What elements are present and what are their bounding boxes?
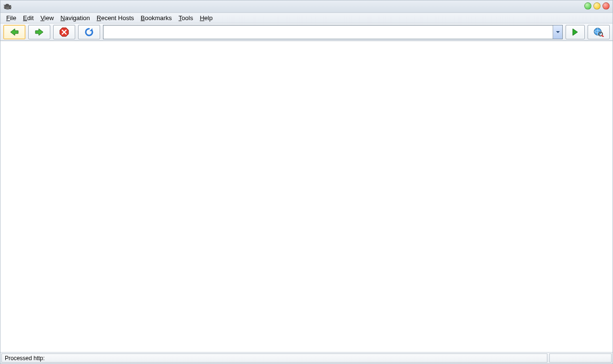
menu-recent-hosts[interactable]: Recent Hosts [94, 13, 137, 23]
menu-edit[interactable]: Edit [20, 13, 36, 23]
arrow-left-icon [9, 27, 20, 37]
menu-bar: File Edit View Navigation Recent Hosts B… [0, 13, 613, 23]
svg-point-1 [5, 4, 9, 7]
content-area [0, 41, 613, 352]
play-icon [572, 28, 579, 36]
address-input[interactable] [103, 25, 553, 39]
menu-help[interactable]: Help [197, 13, 216, 23]
menu-tools[interactable]: Tools [176, 13, 196, 23]
menu-navigation[interactable]: Navigation [57, 13, 92, 23]
address-dropdown-button[interactable] [553, 25, 562, 39]
menu-bookmarks[interactable]: Bookmarks [138, 13, 175, 23]
status-bar: Processed http: [0, 352, 613, 364]
app-icon [2, 1, 13, 12]
forward-button[interactable] [28, 25, 50, 39]
arrow-right-icon [34, 27, 45, 37]
status-right-cell [549, 353, 612, 363]
stop-icon [59, 27, 69, 37]
go-button[interactable] [566, 25, 585, 39]
toolbar [0, 23, 613, 41]
menu-file[interactable]: File [3, 13, 19, 23]
chevron-down-icon [556, 30, 560, 34]
search-web-button[interactable] [588, 25, 610, 39]
menu-view[interactable]: View [37, 13, 57, 23]
close-button[interactable] [602, 2, 610, 10]
minimize-button[interactable] [584, 2, 591, 10]
back-button[interactable] [3, 25, 25, 39]
status-text: Processed http: [1, 353, 547, 363]
window-controls [584, 2, 610, 10]
address-bar [103, 25, 563, 39]
svg-line-11 [602, 35, 603, 37]
reload-button[interactable] [78, 25, 100, 39]
title-bar [0, 0, 613, 13]
reload-icon [84, 27, 94, 37]
stop-button[interactable] [53, 25, 75, 39]
globe-search-icon [593, 27, 604, 37]
maximize-button[interactable] [593, 2, 601, 10]
